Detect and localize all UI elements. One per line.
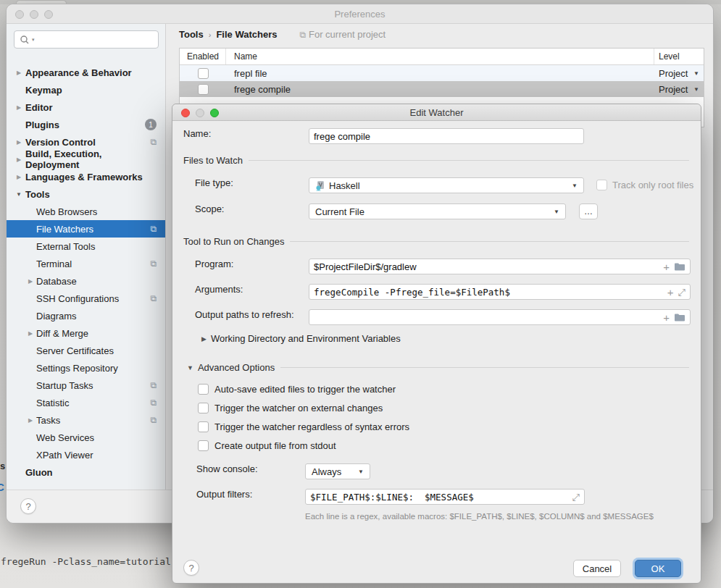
chevron-down-icon: ▼ [693,86,699,93]
sidebar-item-settings-repository[interactable]: Settings Repository [7,359,165,377]
help-button[interactable]: ? [20,498,36,514]
file-type-dropdown[interactable]: Haskell ▼ [309,177,584,193]
show-console-dropdown[interactable]: Always ▼ [305,463,370,479]
column-header-name[interactable]: Name [226,49,654,64]
option-trigger-the-watcher-regardless-of-syntax-errors[interactable]: Trigger the watcher regardless of syntax… [198,421,409,432]
sidebar-item-label: Settings Repository [36,363,118,374]
sidebar-item-build-execution-deployment[interactable]: ▶Build, Execution, Deployment [7,151,165,168]
insert-macro-icon[interactable]: + [667,287,674,298]
enabled-checkbox[interactable] [198,68,209,79]
watcher-row-frege-compile[interactable]: frege compileProject▼ [180,81,704,97]
output-filters-input[interactable]: $FILE_PATH$:$LINE$: $MESSAGE$ ⤢ [305,489,585,505]
chevron-right-icon[interactable]: ▶ [15,70,22,76]
breadcrumb: Tools › File Watchers ⧉ For current proj… [179,29,385,40]
sidebar-item-plugins[interactable]: Plugins1 [7,116,165,133]
browse-folder-icon[interactable] [674,262,685,272]
scope-dropdown[interactable]: Current File ▼ [309,203,566,219]
cancel-button[interactable]: Cancel [573,560,621,577]
sidebar-item-tools[interactable]: ▼Tools [7,185,165,203]
program-input[interactable]: $ProjectFileDir$/gradlew + [309,259,691,274]
sidebar-item-appearance-behavior[interactable]: ▶Appearance & Behavior [7,64,165,81]
breadcrumb-tools[interactable]: Tools [179,29,204,40]
settings-sidebar: ▾ ▶Appearance & BehaviorKeymap▶EditorPlu… [7,24,166,490]
checkbox[interactable] [198,440,209,451]
column-header-enabled[interactable]: Enabled [180,49,226,64]
checkbox[interactable] [198,421,209,432]
sidebar-item-label: Terminal [36,259,72,269]
chevron-right-icon[interactable]: ▶ [15,104,22,111]
preferences-titlebar[interactable]: Preferences [7,4,713,24]
advanced-options-section-title: Advanced Options [198,362,275,373]
dialog-help-button[interactable]: ? [183,560,199,576]
sidebar-item-label: File Watchers [36,224,93,235]
sidebar-item-ssh-configurations[interactable]: SSH Configurations⧉ [7,290,165,307]
chevron-right-icon: ▶ [201,335,207,343]
name-input[interactable]: frege compile [309,128,584,144]
sidebar-item-diagrams[interactable]: Diagrams [7,307,165,324]
option-create-output-file-from-stdout[interactable]: Create output file from stdout [198,440,336,451]
track-only-root-files-checkbox[interactable] [596,180,607,190]
sidebar-item-terminal[interactable]: Terminal⧉ [7,255,165,272]
for-current-project-badge: ⧉ For current project [299,29,385,40]
sidebar-item-file-watchers[interactable]: File Watchers⧉ [7,220,165,238]
option-auto-save-edited-files-to-trigger-the-watcher[interactable]: Auto-save edited files to trigger the wa… [198,384,396,395]
sidebar-item-languages-frameworks[interactable]: ▶Languages & Frameworks [7,168,165,185]
option-trigger-the-watcher-on-external-changes[interactable]: Trigger the watcher on external changes [198,403,383,413]
scope-browse-button[interactable]: … [579,203,598,219]
search-input[interactable]: ▾ [14,30,159,49]
sidebar-item-label: Keymap [25,85,62,96]
sidebar-item-web-services[interactable]: Web Services [7,429,165,446]
insert-macro-icon[interactable]: + [663,261,670,272]
sidebar-item-label: Diff & Merge [36,328,88,339]
chevron-right-icon[interactable]: ▶ [15,174,22,180]
arguments-value: fregeCompile -Pfrege_file=$FilePath$ [314,287,667,298]
search-icon [19,34,30,46]
chevron-right-icon[interactable]: ▶ [27,278,34,285]
sidebar-item-tasks[interactable]: ▶Tasks⧉ [7,411,165,429]
insert-macro-icon[interactable]: + [663,312,670,323]
enabled-checkbox[interactable] [198,84,209,95]
sidebar-item-server-certificates[interactable]: Server Certificates [7,342,165,359]
sidebar-item-keymap[interactable]: Keymap [7,81,165,98]
output-paths-input[interactable]: + [309,309,691,325]
track-only-root-files-option[interactable]: Track only root files [596,180,693,190]
sidebar-item-editor[interactable]: ▶Editor [7,98,165,116]
background-blue-fragment: C [0,481,4,493]
level-dropdown[interactable]: Project▼ [654,84,704,95]
dialog-title: Edit Watcher [172,107,701,118]
sidebar-item-gluon[interactable]: Gluon [7,463,165,481]
breadcrumb-file-watchers: File Watchers [216,29,277,40]
expand-field-icon[interactable]: ⤢ [678,287,685,297]
sidebar-item-diff-merge[interactable]: ▶Diff & Merge [7,324,165,342]
arguments-label: Arguments: [195,284,243,295]
chevron-right-icon[interactable]: ▶ [15,156,22,163]
working-directory-toggle[interactable]: ▶ Working Directory and Environment Vari… [201,333,401,344]
advanced-options-toggle[interactable]: ▼ Advanced Options [187,362,689,373]
sidebar-item-label: Editor [25,102,53,113]
expand-field-icon[interactable]: ⤢ [572,492,580,502]
level-dropdown[interactable]: Project▼ [654,68,704,79]
checkbox[interactable] [198,384,209,395]
sidebar-item-web-browsers[interactable]: Web Browsers [7,203,165,220]
arguments-input[interactable]: fregeCompile -Pfrege_file=$FilePath$ + ⤢ [309,284,691,300]
chevron-right-icon[interactable]: ▶ [27,330,34,337]
ok-button[interactable]: OK [635,560,681,577]
filters-help-note: Each line is a regex, available macros: … [305,512,654,521]
column-header-level[interactable]: Level [654,49,704,64]
sidebar-item-startup-tasks[interactable]: Startup Tasks⧉ [7,377,165,394]
sidebar-item-database[interactable]: ▶Database [7,272,165,290]
edit-watcher-titlebar[interactable]: Edit Watcher [172,104,701,121]
chevron-right-icon[interactable]: ▶ [15,139,22,146]
checkbox[interactable] [198,403,209,413]
watchers-table-header: Enabled Name Level [180,49,704,65]
chevron-right-icon[interactable]: ▶ [27,417,34,424]
chevron-down-icon[interactable]: ▼ [15,191,22,198]
search-options-arrow-icon[interactable]: ▾ [32,37,35,43]
sidebar-item-statistic[interactable]: Statistic⧉ [7,394,165,411]
sidebar-item-xpath-viewer[interactable]: XPath Viewer [7,446,165,463]
browse-folder-icon[interactable] [674,313,685,322]
watcher-row-frepl-file[interactable]: frepl fileProject▼ [180,65,704,81]
sidebar-item-external-tools[interactable]: External Tools [7,238,165,255]
chevron-down-icon: ▼ [554,209,559,215]
chevron-down-icon: ▼ [693,70,699,77]
